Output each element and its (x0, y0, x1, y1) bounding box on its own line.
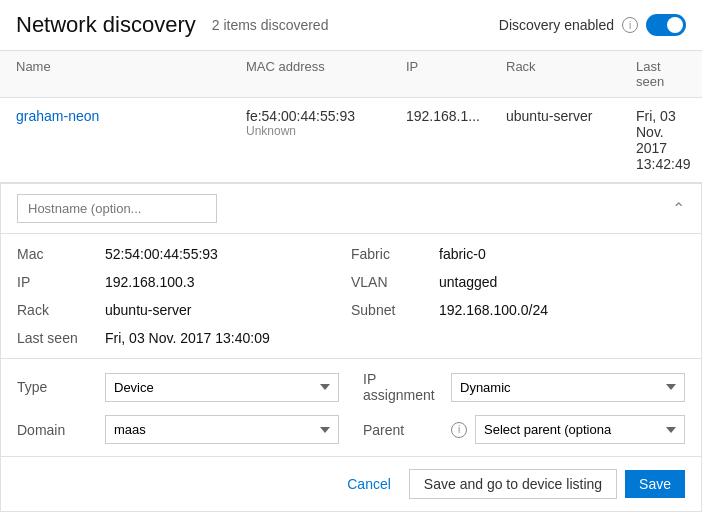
detail-fabric: Fabric fabric-0 (351, 246, 685, 262)
discovery-info-icon[interactable]: i (622, 17, 638, 33)
collapse-icon[interactable]: ⌃ (672, 199, 685, 218)
subnet-label: Subnet (351, 302, 431, 318)
page-title: Network discovery (16, 12, 196, 38)
last-seen-label: Last seen (17, 330, 97, 346)
cancel-button[interactable]: Cancel (337, 470, 401, 498)
detail-left: Mac 52:54:00:44:55:93 IP 192.168.100.3 R… (17, 246, 351, 346)
mac-value: 52:54:00:44:55:93 (105, 246, 218, 262)
rack-cell: ubuntu-server (506, 108, 636, 124)
items-count: 2 items discovered (212, 17, 329, 33)
detail-mac: Mac 52:54:00:44:55:93 (17, 246, 351, 262)
type-select[interactable]: Device Machine Unknown (105, 373, 339, 402)
ip-cell: 192.168.1... (406, 108, 506, 124)
detail-right: Fabric fabric-0 VLAN untagged Subnet 192… (351, 246, 685, 346)
detail-rack: Rack ubuntu-server (17, 302, 351, 318)
last-seen-cell: Fri, 03 Nov. 2017 13:42:49 (636, 108, 691, 172)
detail-subnet: Subnet 192.168.100.0/24 (351, 302, 685, 318)
row-chevron-up[interactable]: ⌃ (691, 108, 703, 127)
detail-ip: IP 192.168.100.3 (17, 274, 351, 290)
table-header: Name MAC address IP Rack Last seen (0, 51, 702, 98)
parent-select[interactable]: Select parent (optiona (475, 415, 685, 444)
ip-assignment-label: IP assignment (363, 371, 443, 403)
discovery-toggle-area: Discovery enabled i (499, 14, 686, 36)
table-row[interactable]: graham-neon fe:54:00:44:55:93 Unknown 19… (0, 98, 702, 183)
expanded-panel: ⌃ Mac 52:54:00:44:55:93 IP 192.168.100.3… (0, 183, 702, 512)
hostname-bar: ⌃ (1, 184, 701, 234)
col-rack: Rack (506, 59, 636, 89)
parent-label-area: Parent i (363, 422, 467, 438)
mac-cell: fe:54:00:44:55:93 Unknown (246, 108, 406, 138)
vlan-value: untagged (439, 274, 497, 290)
detail-last-seen: Last seen Fri, 03 Nov. 2017 13:40:09 (17, 330, 351, 346)
action-bar: Cancel Save and go to device listing Sav… (1, 456, 701, 511)
hostname-input[interactable] (17, 194, 217, 223)
parent-label: Parent (363, 422, 443, 438)
ip-value: 192.168.100.3 (105, 274, 195, 290)
device-name: graham-neon (16, 108, 246, 124)
col-mac: MAC address (246, 59, 406, 89)
subnet-value: 192.168.100.0/24 (439, 302, 548, 318)
rack-value: ubuntu-server (105, 302, 191, 318)
parent-row: Parent i Select parent (optiona (363, 415, 685, 444)
discovery-toggle[interactable] (646, 14, 686, 36)
discovery-label: Discovery enabled (499, 17, 614, 33)
ip-assignment-row: IP assignment Dynamic Static External Un… (363, 371, 685, 403)
fabric-label: Fabric (351, 246, 431, 262)
col-ip: IP (406, 59, 506, 89)
detail-vlan: VLAN untagged (351, 274, 685, 290)
rack-label: Rack (17, 302, 97, 318)
last-seen-value: Fri, 03 Nov. 2017 13:40:09 (105, 330, 270, 346)
parent-info-icon[interactable]: i (451, 422, 467, 438)
detail-grid: Mac 52:54:00:44:55:93 IP 192.168.100.3 R… (1, 234, 701, 358)
type-row: Type Device Machine Unknown (17, 371, 339, 403)
fabric-value: fabric-0 (439, 246, 486, 262)
col-name: Name (16, 59, 246, 89)
vlan-label: VLAN (351, 274, 431, 290)
form-section: Type Device Machine Unknown IP assignmen… (1, 358, 701, 456)
ip-label: IP (17, 274, 97, 290)
domain-label: Domain (17, 422, 97, 438)
page-header: Network discovery 2 items discovered Dis… (0, 0, 702, 51)
save-button[interactable]: Save (625, 470, 685, 498)
domain-select[interactable]: maas (105, 415, 339, 444)
save-go-button[interactable]: Save and go to device listing (409, 469, 617, 499)
col-last-seen: Last seen (636, 59, 664, 89)
domain-row: Domain maas (17, 415, 339, 444)
type-label: Type (17, 379, 97, 395)
mac-label: Mac (17, 246, 97, 262)
ip-assignment-select[interactable]: Dynamic Static External Unknown (451, 373, 685, 402)
